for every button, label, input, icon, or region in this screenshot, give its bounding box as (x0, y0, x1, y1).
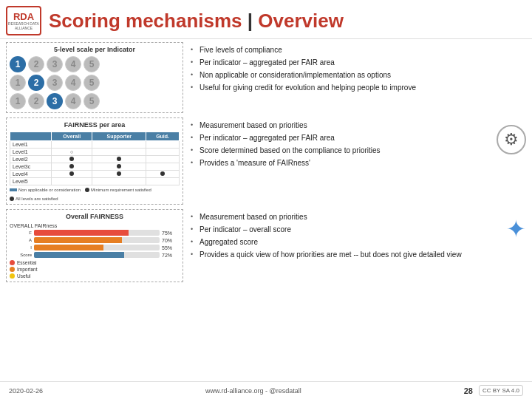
logo-rda-text: RDA (13, 12, 34, 21)
bar-a: A 70% (10, 237, 180, 243)
bullet-dot: • (191, 83, 197, 92)
title-main: Scoring mechanisms (49, 10, 248, 32)
scale-num-4: 4 (65, 56, 81, 72)
bullet-dot: • (191, 238, 197, 247)
scale-panel-label: 5-level scale per Indicator (10, 46, 180, 53)
row-overall (52, 178, 92, 185)
row-supporter (92, 156, 146, 163)
scale-rows: 1 2 3 4 5 1 2 3 4 5 1 2 3 (10, 56, 180, 109)
legend-dot2-icon (10, 197, 14, 201)
bullet-dot: • (191, 71, 197, 80)
essential-dot (10, 260, 15, 265)
bullet-1-1: • Five levels of compliance (191, 45, 526, 55)
bullet-text: Non applicable or consideration/implemen… (200, 70, 391, 80)
scale-num-2: 2 (28, 56, 44, 72)
bar-fill-score (34, 252, 124, 258)
bar-track-score (34, 252, 160, 258)
bullet-text: Five levels of compliance (200, 45, 282, 55)
title-suffix: Overview (258, 10, 344, 32)
bar-label-a: A (10, 238, 32, 242)
footer-website: www.rd-alliance.org - @resdatall (205, 387, 301, 395)
legend-rect-item: Non applicable or consideration (10, 188, 81, 192)
bullet-3-2: • Per indicator – overall score (191, 225, 500, 234)
overall-legend: Essential Important Useful (10, 260, 180, 279)
col-header-label (10, 132, 52, 141)
scale-row-3: 1 2 3 4 5 (10, 93, 180, 109)
bullet-text: Useful for giving credit for evolution a… (200, 83, 416, 92)
legend-important: Important (10, 267, 180, 272)
legend-essential: Essential (10, 260, 180, 265)
row-supporter (92, 178, 146, 185)
bullet-text: Per indicator – overall score (200, 225, 291, 234)
scale-panel: 5-level scale per Indicator 1 2 3 4 5 1 … (6, 42, 183, 113)
fairness-table: Overall Supporter Guid. Level1 (10, 132, 180, 185)
bar-score: Score 72% (10, 252, 180, 258)
scale-num-5c: 5 (83, 93, 100, 109)
essential-label: Essential (17, 260, 36, 265)
row-label: Level3c (10, 163, 52, 171)
overall-title: OVERALL FAIRness (10, 223, 180, 228)
bullet-text: Provides a quick view of how priorities … (200, 250, 462, 259)
starburst-icon: ✦ (506, 215, 526, 243)
row-overall (52, 171, 92, 178)
bullet-3-4: • Provides a quick view of how prioritie… (191, 250, 500, 259)
bar-fill-f (34, 230, 129, 236)
bar-track-i (34, 245, 160, 250)
col-header-supporter: Supporter (92, 132, 146, 141)
section-overall: Overall FAIRNESS OVERALL FAIRness F 75% … (6, 209, 526, 282)
dot-filled (160, 171, 165, 176)
footer: 2020-02-26 www.rd-alliance.org - @resdat… (0, 381, 532, 399)
bullet-2-1: • Measurement based on priorities (191, 120, 492, 130)
legend-rect-icon (10, 188, 17, 191)
bullet-1-2: • Per indicator – aggregated per FAIR ar… (191, 58, 526, 67)
bullet-dot: • (191, 46, 197, 55)
row-guid (146, 171, 180, 178)
bar-fill-i (34, 245, 103, 250)
useful-dot (10, 273, 15, 279)
table-row: Level4 (10, 171, 180, 178)
fairness-legend: Non applicable or consideration Minimum … (10, 188, 180, 201)
legend-dot2-text: All levels are satisfied (16, 197, 58, 201)
fairness-panel: FAIRNESS per area Overall Supporter Guid… (6, 117, 183, 205)
row-guid (146, 178, 180, 185)
bullet-text: Per indicator – aggregated per FAIR area (200, 58, 335, 67)
table-row: Level1 (10, 141, 180, 149)
section-scale: 5-level scale per Indicator 1 2 3 4 5 1 … (6, 42, 526, 113)
scale-num-1b: 1 (10, 75, 26, 91)
row-supporter (92, 163, 146, 171)
scale-num-3b: 3 (47, 75, 63, 91)
dot-filled (117, 164, 121, 168)
header: RDA RESEARCH DATA ALLIANCE Scoring mecha… (0, 0, 532, 39)
bullet-dot: • (191, 146, 197, 155)
legend-dot-text: Minimum requirement satisfied (91, 188, 151, 192)
important-dot (10, 267, 15, 272)
bullet-3-3: • Aggregated score (191, 237, 500, 247)
cc-badge: CC BY SA 4.0 (479, 385, 523, 396)
section1-bullets: • Five levels of compliance • Per indica… (191, 42, 526, 95)
row-overall (52, 141, 92, 149)
scale-num-active: 1 (10, 56, 26, 72)
scale-num-2c: 2 (28, 93, 44, 109)
page-title: Scoring mechanisms | Overview (49, 10, 344, 33)
scale-num-5: 5 (83, 56, 100, 72)
row-overall (52, 156, 92, 163)
bar-track-f (34, 230, 160, 236)
bar-pct-a: 70% (162, 238, 180, 243)
bar-pct-score: 72% (162, 253, 180, 258)
fairness-table-wrap: Overall Supporter Guid. Level1 (10, 132, 180, 201)
row-overall (52, 163, 92, 171)
cc-text: CC BY SA 4.0 (482, 387, 519, 394)
row-supporter (92, 141, 146, 149)
table-row: Level3c (10, 163, 180, 171)
bar-label-score: Score (10, 253, 32, 257)
table-header-row: Overall Supporter Guid. (10, 132, 180, 141)
bar-f: F 75% (10, 230, 180, 236)
bullet-dot: • (191, 159, 197, 168)
github-icon: ⚙ (497, 125, 526, 154)
title-sep: | (248, 10, 259, 32)
row-label: Level1 (10, 141, 52, 149)
col-header-overall: Overall (52, 132, 92, 141)
fairness-panel-label: FAIRNESS per area (10, 121, 180, 129)
legend-dot-item: Minimum requirement satisfied (85, 188, 151, 192)
overall-panel-label: Overall FAIRNESS (10, 213, 180, 220)
